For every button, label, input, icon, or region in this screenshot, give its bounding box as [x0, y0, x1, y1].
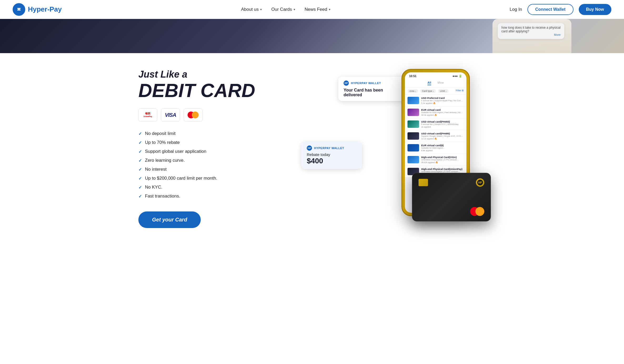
hero-overlay: how long does it take to receive a physi… — [492, 19, 571, 53]
chat-bubble: how long does it take to receive a physi… — [498, 23, 564, 39]
phone-tab-all[interactable]: All — [427, 81, 431, 85]
unionpay-logo: 银联 UnionPay — [138, 108, 157, 122]
card-applied: 5.1k applied 🔥 — [421, 102, 464, 104]
card-desc: Suitable for EEA region | Fast delivery … — [421, 111, 464, 114]
notif-message: Your Card has been delivered — [344, 88, 401, 97]
list-item: ✓ Support global user application — [138, 149, 275, 154]
card-thumbnail — [407, 144, 419, 151]
card-chip-row: HP — [419, 178, 484, 187]
card-thumbnail — [407, 156, 419, 163]
list-item: ✓ No interest — [138, 167, 275, 172]
card-applied: 12.1k applied 🔥 — [421, 138, 464, 140]
card-desc: Unlimited consumption | 0.7% consum... — [421, 159, 464, 161]
check-icon: ✓ — [138, 176, 142, 181]
wallet-notification-rebate: HP HYPERPAY WALLET Rebate today $400 — [301, 142, 362, 169]
wallet-icon: HP — [344, 80, 349, 86]
phone-status-bar: 10:51 ●●● 🔋 — [405, 72, 466, 79]
card-thumbnail — [407, 120, 419, 128]
buy-now-button[interactable]: Buy Now — [579, 4, 611, 15]
card-name: USD Preferred Card — [421, 97, 464, 99]
list-item[interactable]: EUR virtual card Suitable for EEA region… — [405, 107, 466, 118]
card-brand-row — [419, 207, 484, 216]
check-icon: ✓ — [138, 149, 142, 154]
right-section: HP HYPERPAY WALLET Your Card has been de… — [286, 69, 486, 227]
filter-limit[interactable]: Limit ↓ — [438, 89, 449, 93]
physical-card: HP — [412, 173, 491, 221]
logo[interactable]: Hyper‑Pay — [13, 3, 62, 16]
list-item: ✓ Fast transactions. — [138, 194, 275, 199]
mc-orange-circle — [192, 112, 199, 118]
headline-main: DEBIT CARD — [138, 81, 275, 100]
card-name: High-end Physical Card(VISA) — [421, 156, 464, 159]
card-desc: Support Google Wallet | Simple KYC, KYO.… — [421, 135, 464, 137]
check-icon: ✓ — [138, 185, 142, 190]
check-icon: ✓ — [138, 158, 142, 163]
list-item[interactable]: USD virtual card(PH485) Support Google W… — [405, 130, 466, 142]
rebate-brand: HYPERPAY WALLET — [314, 146, 344, 150]
phone-tab-mine[interactable]: Mine — [437, 81, 444, 85]
card-name: EUR virtual card(8) — [421, 144, 464, 147]
card-desc: 0 annual fee | Support Apple Pay | No Co… — [421, 99, 464, 102]
logo-icon — [13, 3, 25, 16]
card-applied: 39.82k applied 🔥 — [421, 161, 464, 164]
nav-links: About us ▾ Our Cards ▾ News Feed ▾ — [241, 7, 330, 12]
card-info: EUR virtual card(8) Suitable for EEA reg… — [421, 144, 464, 152]
rebate-label: Rebate today — [307, 152, 357, 157]
chevron-down-icon: ▾ — [294, 8, 295, 11]
phone-card-list: USD Preferred Card 0 annual fee | Suppor… — [405, 95, 466, 178]
headline-sub: Just Like a — [138, 69, 275, 80]
hero-banner: how long does it take to receive a physi… — [0, 19, 624, 53]
nav-actions: Log In Connect Wallet Buy Now — [510, 4, 611, 15]
get-card-button[interactable]: Get your Card — [138, 211, 201, 228]
list-item[interactable]: EUR virtual card(8) Suitable for EEA reg… — [405, 142, 466, 154]
card-applied: 8.8k applied — [421, 149, 464, 152]
card-info: EUR virtual card Suitable for EEA region… — [421, 108, 464, 116]
list-item[interactable]: USD Preferred Card 0 annual fee | Suppor… — [405, 95, 466, 107]
notif-brand: HYPERPAY WALLET — [351, 82, 381, 85]
list-item: ✓ No deposit limit — [138, 131, 275, 136]
card-applied: 30.4k applied 🔥 — [421, 114, 464, 116]
list-item: ✓ Zero learning curve. — [138, 158, 275, 163]
main-content: Just Like a DEBIT CARD 银联 UnionPay VISA — [123, 53, 501, 249]
card-thumbnail — [407, 97, 419, 104]
card-info: USD Preferred Card 0 annual fee | Suppor… — [421, 97, 464, 104]
list-item[interactable]: USD virtual card(PH493) 0 annual fee | S… — [405, 118, 466, 130]
card-name: EUR virtual card — [421, 108, 464, 111]
filter-card-type[interactable]: Card type ↓ — [420, 89, 436, 93]
notif-header: HP HYPERPAY WALLET — [344, 80, 401, 86]
visa-logo: VISA — [161, 108, 180, 122]
card-desc: Unlimited consumption | 0.75% consum... — [421, 170, 464, 173]
card-info: High-end Physical Card(VISA) Unlimited c… — [421, 156, 464, 164]
nav-news[interactable]: News Feed ▾ — [305, 7, 330, 12]
nav-cards[interactable]: Our Cards ▾ — [271, 7, 295, 12]
check-icon: ✓ — [138, 140, 142, 145]
card-name: High-end Physical Card(UnionPay) — [421, 168, 464, 170]
card-thumbnail — [407, 132, 419, 140]
navbar: Hyper‑Pay About us ▾ Our Cards ▾ News Fe… — [0, 0, 624, 19]
check-icon: ✓ — [138, 194, 142, 199]
login-button[interactable]: Log In — [510, 7, 522, 12]
card-name: USD virtual card(PH485) — [421, 132, 464, 135]
mc-orange-circle — [475, 207, 484, 216]
chip-icon — [419, 179, 428, 186]
hp-card-logo: HP — [476, 178, 484, 187]
card-desc: 0 annual fee | Simple KYC | $20000/day — [421, 123, 464, 125]
mastercard-logo — [184, 108, 203, 122]
filter-area[interactable]: Area ↓ — [407, 89, 418, 93]
card-thumbnail — [407, 109, 419, 116]
wallet-rebate-icon: HP — [307, 145, 312, 151]
filter-btn[interactable]: Filter ⊞ — [456, 89, 464, 93]
list-item: ✓ No KYC. — [138, 185, 275, 190]
card-info: USD virtual card(PH493) 0 annual fee | S… — [421, 120, 464, 128]
left-section: Just Like a DEBIT CARD 银联 UnionPay VISA — [138, 69, 275, 228]
card-info: USD virtual card(PH485) Support Google W… — [421, 132, 464, 140]
chevron-down-icon: ▾ — [260, 8, 262, 11]
list-item: ✓ Up to 70% rebate — [138, 140, 275, 145]
connect-wallet-button[interactable]: Connect Wallet — [527, 4, 573, 15]
nav-about[interactable]: About us ▾ — [241, 7, 262, 12]
list-item[interactable]: High-end Physical Card(VISA) Unlimited c… — [405, 154, 466, 166]
card-desc: Suitable for EEA region... — [421, 147, 464, 149]
phone-filters: Area ↓ Card type ↓ Limit ↓ Filter ⊞ — [405, 88, 466, 95]
check-icon: ✓ — [138, 131, 142, 136]
rebate-amount: $400 — [307, 157, 357, 165]
